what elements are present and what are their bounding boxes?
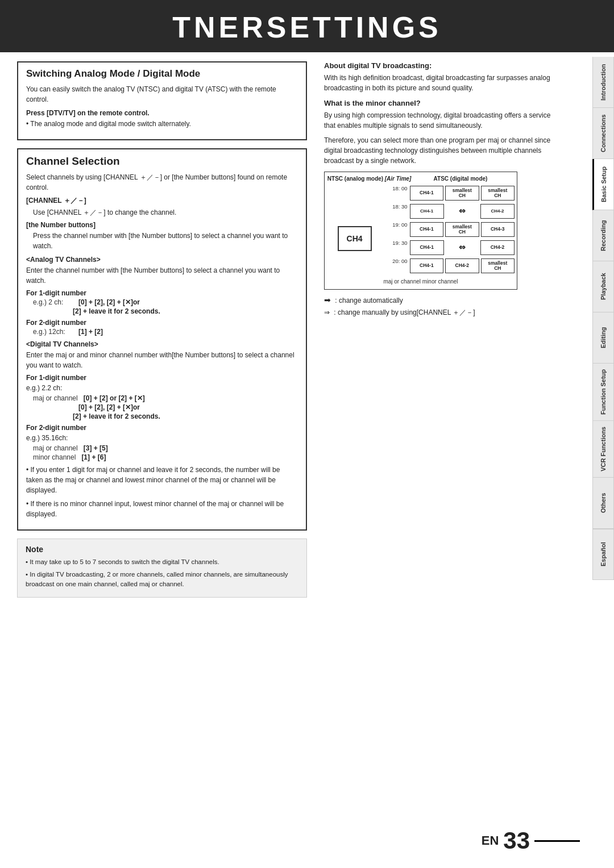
number-buttons-label: [the Number buttons] [26,221,298,229]
atsc-cell-arrow1: ⇔ [446,204,479,219]
number-buttons-body: Press the channel number with [the Numbe… [26,231,298,251]
atsc-cell-smallest1: smallestCH [445,186,479,201]
eg12ch-label: e.g.) 12ch: [33,328,73,336]
time-1800: 18: 00 [382,185,410,203]
atsc-label: ATSC (digital mode) [412,176,509,182]
sidebar-tab-espanol[interactable]: Español [592,529,614,580]
analog-tv-body: Enter the channel number with [the Numbe… [26,265,298,286]
minor-channel-line: minor channel [1] + [6] [26,453,298,461]
atsc-row-3: CH4-1 smallestCH CH4-3 [410,220,515,239]
eg22ch-label: e.g.) 2.2 ch: [26,383,298,393]
note1: • It may take up to 5 to 7 seconds to sw… [26,557,298,567]
diagram-times: 18: 00 18: 30 19: 00 19: 30 20: 00 [382,184,410,276]
diagram-header: NTSC (analog mode) [Air Time] ATSC (digi… [327,176,515,182]
atsc-cell-ch4-2a: CH4-2 [480,204,515,219]
eg3516ch-label: e.g.) 35.16ch: [26,433,298,443]
diagram-atsc: CH4-1 smallestCH smallestCH CH4-1 ⇔ CH4-… [410,184,515,276]
bullet-note1: • If you enter 1 digit for maj or channe… [26,465,298,495]
sidebar-tab-function-setup[interactable]: Function Setup [592,364,614,421]
about-digital-label: About digital TV broadcasting: [324,61,563,70]
diagram-grid: CH4 18: 00 18: 30 19: 00 19: 30 20: 00 C… [327,184,515,276]
atsc-cell-ch4-2b: CH4-2 [480,240,515,255]
footer-en-label: EN [482,833,499,848]
minor-channel-body1: By using high compression technology, di… [324,110,563,131]
atsc-cell-ch4-1a: CH4-1 [410,186,443,201]
eg12ch-line: e.g.) 12ch: [1] + [2] [26,328,298,336]
arrow-manual-icon: ⇒ [324,308,330,316]
change-auto-label: : change automatically [335,297,403,304]
maj-channel-val: [3] + [5] [84,444,108,452]
sidebar-tab-recording[interactable]: Recording [592,210,614,261]
atsc-row-4: CH4-1 ⇔ CH4-2 [410,239,515,257]
atsc-cell-ch4-1c: CH4-1 [410,222,443,237]
minor-channel-val: [1] + [6] [81,453,106,461]
maj-channel-sublabel2 [33,403,73,411]
atsc-cell-smallest2: smallestCH [481,186,515,201]
maj-val3: [2] + leave it for 2 seconds. [26,412,298,420]
maj-channel-line: maj or channel [3] + [5] [26,444,298,452]
channel-selection-intro: Select channels by using [CHANNEL ＋／－] o… [26,172,298,193]
bullet-note2: • If there is no minor channel input, lo… [26,499,298,519]
analog-tv-label: <Analog TV Channels> [26,256,298,264]
atsc-cell-ch4-3a: CH4-3 [481,222,515,237]
sidebar-tab-playback[interactable]: Playback [592,261,614,312]
note2: • In digital TV broadcasting, 2 or more … [26,570,298,590]
time-1830: 18: 30 [382,203,410,222]
time-2000: 20: 00 [382,258,410,276]
minor-channel-label: minor channel [33,453,76,461]
for2digit2-label: For 2-digit number [26,424,298,432]
press-body: • The analog mode and digital mode switc… [26,119,298,129]
for2digit-label: For 2-digit number [26,319,298,327]
maj-channel-label3: maj or channel [33,444,78,452]
atsc-cell-ch4-1e: CH4-1 [410,258,443,273]
eg2ch-line: e.g.) 2 ch: [0] + [2], [2] + [✕]or [26,298,298,306]
eg2ch-label: e.g.) 2 ch: [33,298,73,306]
switching-title: Switching Analog Mode / Digital Mode [26,68,298,80]
note-title: Note [26,545,298,554]
digital-tv-label: <Digital TV Channels> [26,340,298,348]
change-auto-note: ➡ : change automatically [324,295,563,304]
atsc-row-2: CH4-1 ⇔ CH4-2 [410,202,515,220]
maj-val1: [0] + [2] or [2] + [✕] [84,394,145,402]
atsc-cell-ch4-1d: CH4-1 [410,240,444,255]
footer-page-number: 33 [503,827,530,854]
diagram-ntsc: CH4 [327,184,382,276]
for1digit2-label: For 1-digit number [26,374,298,382]
atsc-cell-arrow2: ⇔ [446,240,479,255]
atsc-row-1: CH4-1 smallestCH smallestCH [410,184,515,202]
arrow-auto-icon: ➡ [324,295,331,304]
atsc-cell-ch4-1b: CH4-1 [410,204,444,219]
sidebar-tab-others[interactable]: Others [592,478,614,529]
atsc-cell-smallest4: smallestCH [481,258,515,273]
page-footer: EN 33 [482,827,580,854]
maj-channel-sublabel: maj or channel [33,394,78,402]
for1digit-label: For 1-digit number [26,289,298,297]
eg2ch-val1: [0] + [2], [2] + [✕]or [78,298,140,306]
switching-body: You can easily switch the analog TV (NTS… [26,84,298,105]
eg12ch-val: [1] + [2] [78,328,103,336]
right-column: About digital TV broadcasting: With its … [318,52,563,598]
channel-plus-minus-body: Use [CHANNEL ＋／－] to change the channel. [26,207,298,218]
atsc-cell-ch4-2c: CH4-2 [445,258,479,273]
content-area: Switching Analog Mode / Digital Mode You… [0,52,614,598]
sidebar-tab-connections[interactable]: Connections [592,108,614,159]
ntsc-label: NTSC (analog mode) [327,176,384,182]
page-title: TNERSETTINGS [0,10,614,44]
channel-diagram: NTSC (analog mode) [Air Time] ATSC (digi… [324,172,517,290]
maj-line2: [0] + [2], [2] + [✕]or [26,403,298,411]
sidebar-tab-basic-setup[interactable]: Basic Setup [592,159,614,210]
diagram-legend: maj or channel minor channel [327,278,515,285]
footer-line [534,840,580,842]
sidebar-tab-vcr-functions[interactable]: VCR Functions [592,421,614,478]
note-box: Note • It may take up to 5 to 7 seconds … [17,539,307,598]
press-label: Press [DTV/TV] on the remote control. [26,109,298,117]
channel-selection-section: Channel Selection Select channels by usi… [17,148,307,531]
maj-line1: maj or channel [0] + [2] or [2] + [✕] [26,394,298,402]
time-1900: 19: 00 [382,222,410,240]
minor-channel-body2: Therefore, you can select more than one … [324,135,563,166]
sidebar-tab-introduction[interactable]: Introduction [592,57,614,108]
page-header: TNERSETTINGS [0,0,614,52]
sidebar-tab-editing[interactable]: Editing [592,312,614,364]
about-digital-body: With its high definition broadcast, digi… [324,73,563,93]
minor-channel-q: What is the minor channel? [324,99,563,107]
